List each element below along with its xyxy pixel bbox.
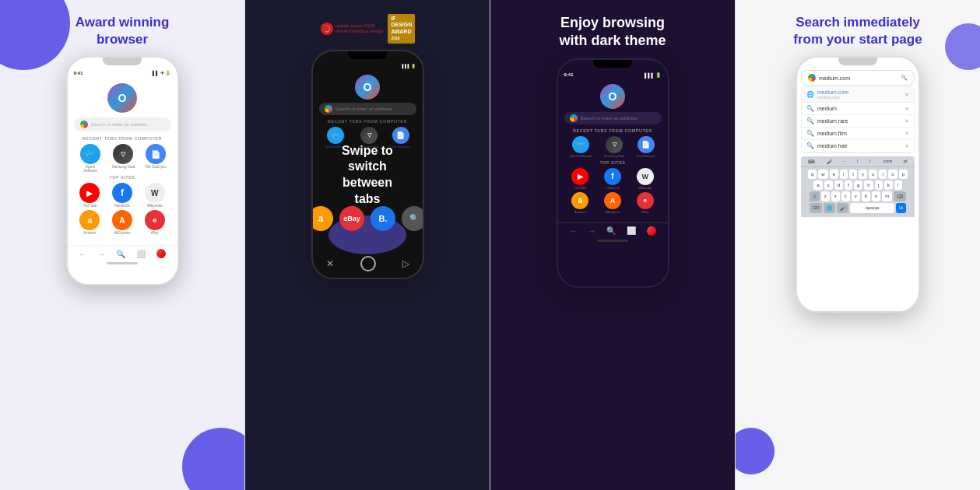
icon-twitter-3: 🐦 Opera Software — [570, 136, 592, 158]
key-space[interactable]: spacja — [850, 203, 894, 213]
key-w[interactable]: w — [818, 170, 827, 179]
key-d[interactable]: d — [834, 180, 843, 190]
phone-notch — [103, 58, 142, 65]
key-123[interactable]: 123 — [810, 203, 822, 213]
deco-shape-tr — [945, 23, 980, 70]
forward-3[interactable]: → — [588, 226, 595, 235]
ebay-label: eBay — [151, 231, 159, 235]
vero-icon-2: ▽ — [360, 127, 378, 144]
suggestion-4[interactable]: 🔍 medium hair ✕ — [802, 140, 914, 152]
facebook-icon: f — [112, 183, 132, 203]
suggestion-0[interactable]: 🌐 medium.com medium.com ✕ — [802, 87, 914, 103]
suggestion-2[interactable]: 🔍 medium rare ✕ — [802, 115, 914, 128]
key-shift[interactable]: ⇧ — [810, 191, 820, 201]
key-row-3: ⇧ z x c v b n m ⌫ — [803, 191, 913, 201]
amazon-label-3: Amazon — [574, 210, 586, 214]
special-key-row: ⌨ 🎤 - / i .com pl — [801, 156, 915, 167]
doc-label: The Goal.you — [145, 165, 166, 169]
suggestion-1[interactable]: 🔍 medium ✕ — [802, 103, 914, 115]
key-j[interactable]: j — [875, 180, 883, 190]
key-globe[interactable]: 🌐 — [824, 203, 835, 213]
key-p[interactable]: p — [899, 170, 908, 179]
suggestion-text-group: medium.com medium.com — [817, 89, 901, 100]
key-r[interactable]: r — [840, 170, 848, 179]
if-badge: iFDESIGNAWARD2019 — [388, 14, 415, 44]
key-t[interactable]: t — [849, 170, 857, 179]
facebook-label: Facebook — [114, 204, 130, 208]
key-microphone[interactable]: 🎤 — [837, 203, 848, 213]
key-k[interactable]: k — [884, 180, 893, 190]
key-backspace[interactable]: ⌫ — [894, 191, 906, 201]
icon-ali: A AliExpress — [112, 210, 132, 235]
suggestion-close-2[interactable]: ✕ — [904, 118, 909, 124]
twitter-icon-2: 🐦 — [327, 127, 344, 144]
aliexpress-label: AliExpress — [114, 231, 130, 235]
back-icon[interactable]: ← — [79, 250, 86, 258]
icon-facebook: f Facebook — [112, 183, 132, 208]
key-a[interactable]: a — [813, 180, 822, 190]
back-3[interactable]: ← — [569, 226, 577, 235]
key-u[interactable]: u — [869, 170, 877, 179]
suggestion-3[interactable]: 🔍 medium film ✕ — [802, 128, 914, 140]
key-v[interactable]: v — [852, 191, 860, 201]
key-s[interactable]: s — [824, 180, 833, 190]
key-o[interactable]: o — [888, 170, 897, 179]
icon-vero: ▽ Samsung Data — [112, 144, 135, 173]
youtube-label-3: YouTube — [574, 186, 586, 190]
close-gesture: ✕ — [326, 258, 334, 269]
icon-amazon-3: a Amazon — [571, 192, 588, 214]
icon-wiki-3: W Wikipedia — [637, 168, 654, 190]
suggestion-close-1[interactable]: ✕ — [904, 106, 909, 112]
key-z[interactable]: z — [821, 191, 830, 201]
key-y[interactable]: y — [859, 170, 867, 179]
key-i: i — [869, 159, 870, 164]
home-indicator-3 — [597, 240, 628, 242]
search-bar-active[interactable]: medium.com 🔍 — [801, 70, 915, 86]
awards-row: reddot award 2018winner interface design… — [320, 14, 416, 44]
search-icon-3: 🔍 — [806, 130, 814, 137]
opera-nav-3[interactable] — [647, 226, 656, 236]
tabs-icon[interactable]: ⬜ — [136, 250, 146, 258]
section-recent-3: RECENT TABS FROM COMPUTER — [564, 128, 662, 133]
floating-icons-row: a eBay B. 🔍 — [311, 206, 424, 231]
status-bar-2: ▌▌▌ 🔋 — [313, 62, 423, 70]
forward-icon[interactable]: → — [97, 250, 105, 258]
key-c[interactable]: c — [841, 191, 850, 201]
search-nav-icon[interactable]: 🔍 — [116, 250, 125, 258]
tabs-3[interactable]: ⬜ — [627, 226, 636, 235]
search-bar-3[interactable]: Search or enter an address — [564, 112, 662, 124]
search-3[interactable]: 🔍 — [606, 226, 616, 235]
key-i[interactable]: i — [879, 170, 887, 179]
key-x[interactable]: x — [831, 191, 840, 201]
search-clear[interactable]: 🔍 — [901, 75, 908, 81]
suggestion-close-0[interactable]: ✕ — [904, 92, 909, 98]
key-return[interactable]: ldi — [896, 203, 906, 213]
suggestion-close-3[interactable]: ✕ — [904, 131, 909, 137]
search-bar-dark[interactable]: Search or enter an address — [319, 103, 416, 115]
youtube-label: YouTube — [83, 204, 97, 208]
key-f[interactable]: f — [845, 180, 852, 190]
panel-3-title: Enjoy browsingwith dark theme — [559, 14, 666, 51]
site-icon: 🌐 — [806, 91, 814, 98]
opera-nav-icon[interactable] — [156, 249, 166, 258]
amazon-icon-3: a — [571, 192, 588, 209]
vero-label-3: Samsung Data — [604, 154, 624, 158]
panel-4-title: Search immediatelyfrom your start page — [793, 14, 922, 48]
suggestion-close-4[interactable]: ✕ — [904, 143, 909, 149]
key-n[interactable]: n — [872, 191, 880, 201]
search-bar[interactable]: Search or enter an address — [74, 117, 171, 131]
key-e[interactable]: e — [830, 170, 838, 179]
key-g[interactable]: g — [854, 180, 862, 190]
key-h[interactable]: h — [864, 180, 873, 190]
recent-icons-row: 🐦 Opera Software ▽ Samsung Data 📄 The Go… — [74, 144, 171, 173]
key-b[interactable]: b — [862, 191, 870, 201]
facebook-icon-3: f — [604, 168, 621, 185]
doc-icon: 📄 — [146, 144, 166, 164]
suggestion-medium-film: medium film — [817, 131, 901, 136]
section-top: TOP SITES — [74, 175, 171, 180]
phone-notch-4 — [838, 58, 877, 65]
key-m[interactable]: m — [882, 191, 892, 201]
key-q[interactable]: q — [808, 170, 817, 179]
key-l[interactable]: l — [894, 180, 902, 190]
wiki-label-3: Wikipedia — [638, 186, 652, 190]
